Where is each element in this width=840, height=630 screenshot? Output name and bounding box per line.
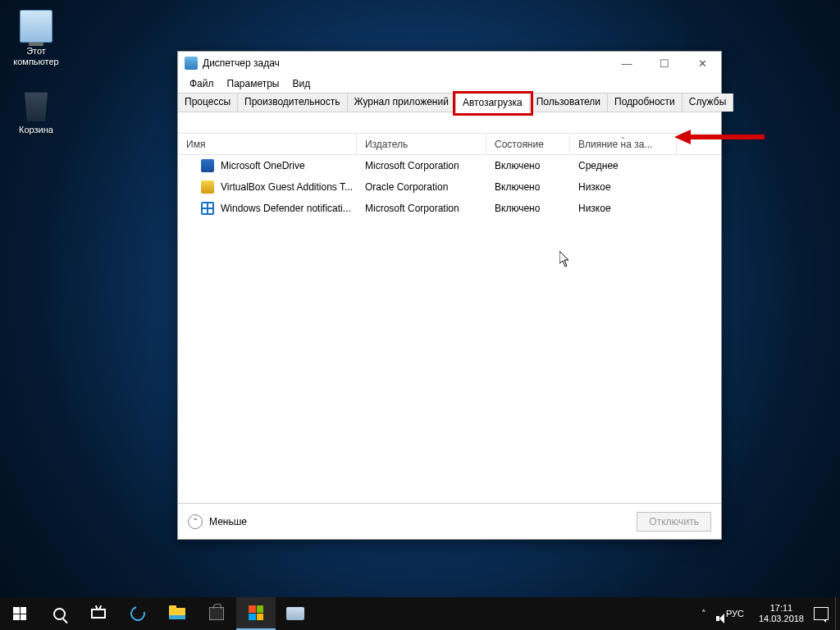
system-tray: ˄ РУС	[693, 609, 752, 619]
row-name: VirtualBox Guest Additions T...	[221, 181, 353, 193]
startup-row[interactable]: Windows Defender notificati... Microsoft…	[178, 198, 721, 219]
chevron-up-icon[interactable]: ⌃	[188, 514, 203, 529]
task-manager-taskbar-icon	[249, 605, 263, 620]
tab-users[interactable]: Пользователи	[530, 94, 608, 112]
window-title: Диспетчер задач	[203, 57, 280, 69]
taskbar-explorer[interactable]	[158, 597, 197, 630]
task-manager-window: Диспетчер задач ― ☐ ✕ Файл Параметры Вид…	[177, 51, 722, 540]
taskbar-edge[interactable]	[118, 597, 158, 630]
startup-row[interactable]: Microsoft OneDrive Microsoft Corporation…	[178, 155, 721, 176]
row-impact: Низкое	[570, 198, 677, 219]
menubar: Файл Параметры Вид	[178, 75, 721, 93]
row-publisher: Microsoft Corporation	[357, 198, 486, 219]
col-spacer	[677, 134, 721, 154]
tab-startup[interactable]: Автозагрузка	[456, 94, 530, 112]
task-manager-icon	[185, 57, 198, 70]
row-state: Включено	[486, 176, 570, 198]
col-publisher[interactable]: Издатель	[357, 134, 486, 154]
row-state: Включено	[486, 198, 570, 219]
taskbar-task-manager[interactable]	[236, 597, 276, 630]
onedrive-icon	[201, 159, 214, 172]
tab-processes[interactable]: Процессы	[178, 94, 238, 112]
col-impact[interactable]: ⌄ Влияние на за...	[570, 134, 677, 154]
desktop-icon-label: Корзина	[5, 125, 67, 135]
startup-list: Microsoft OneDrive Microsoft Corporation…	[178, 155, 721, 503]
pc-icon	[20, 10, 52, 43]
fewer-details-link[interactable]: Меньше	[209, 516, 247, 527]
edge-icon	[128, 604, 148, 624]
row-state: Включено	[486, 155, 570, 176]
minimize-button[interactable]: ―	[608, 52, 646, 75]
row-impact: Среднее	[570, 155, 677, 176]
start-button[interactable]	[0, 597, 39, 630]
row-name: Microsoft OneDrive	[221, 160, 305, 171]
store-icon	[209, 607, 224, 620]
row-publisher: Oracle Corporation	[357, 176, 486, 198]
disable-button[interactable]: Отключить	[637, 512, 711, 532]
titlebar[interactable]: Диспетчер задач ― ☐ ✕	[178, 52, 721, 75]
col-impact-label: Влияние на за...	[578, 139, 652, 150]
trash-icon	[20, 89, 52, 121]
task-view-icon	[91, 609, 106, 619]
search-button[interactable]	[39, 597, 79, 630]
menu-options[interactable]: Параметры	[221, 76, 286, 91]
search-icon	[53, 608, 66, 620]
taskbar-paint[interactable]	[276, 597, 315, 630]
tab-app-history[interactable]: Журнал приложений	[348, 94, 456, 112]
maximize-button[interactable]: ☐	[646, 52, 683, 75]
taskbar-clock[interactable]: 17:11 14.03.2018	[752, 603, 810, 624]
tray-overflow-icon[interactable]: ˄	[701, 609, 706, 619]
startup-row[interactable]: VirtualBox Guest Additions T... Oracle C…	[178, 176, 721, 198]
tab-performance[interactable]: Производительность	[238, 94, 347, 112]
row-impact: Низкое	[570, 176, 677, 198]
folder-icon	[169, 608, 185, 619]
taskbar: ˄ РУС 17:11 14.03.2018	[0, 597, 840, 630]
paint-icon	[286, 607, 304, 620]
col-status[interactable]: Состояние	[486, 134, 570, 154]
virtualbox-icon	[201, 180, 214, 194]
show-desktop-button[interactable]	[835, 597, 840, 630]
column-headers: Имя Издатель Состояние ⌄ Влияние на за..…	[178, 134, 721, 155]
sort-indicator-icon: ⌄	[620, 134, 626, 140]
window-footer: ⌃ Меньше Отключить	[178, 503, 721, 539]
desktop-icon-label: Этоткомпьютер	[5, 46, 67, 67]
close-button[interactable]: ✕	[683, 52, 721, 75]
tabstrip: Процессы Производительность Журнал прило…	[178, 93, 721, 112]
taskbar-store[interactable]	[197, 597, 236, 630]
desktop-icon-this-pc[interactable]: Этоткомпьютер	[5, 10, 67, 67]
action-center-button[interactable]	[810, 607, 835, 620]
desktop-icon-recycle-bin[interactable]: Корзина	[5, 89, 67, 135]
col-name[interactable]: Имя	[178, 134, 357, 154]
tab-details[interactable]: Подробности	[608, 94, 682, 112]
task-view-button[interactable]	[79, 597, 118, 630]
summary-row	[178, 112, 721, 134]
tab-services[interactable]: Службы	[682, 94, 733, 112]
language-indicator[interactable]: РУС	[726, 609, 744, 619]
menu-file[interactable]: Файл	[183, 76, 221, 91]
row-publisher: Microsoft Corporation	[357, 155, 486, 176]
windows-logo-icon	[13, 607, 26, 620]
clock-time: 17:11	[759, 603, 804, 614]
defender-icon	[201, 202, 214, 215]
notifications-icon	[814, 607, 829, 620]
row-name: Windows Defender notificati...	[221, 203, 351, 214]
clock-date: 14.03.2018	[759, 614, 804, 624]
menu-view[interactable]: Вид	[285, 76, 317, 91]
